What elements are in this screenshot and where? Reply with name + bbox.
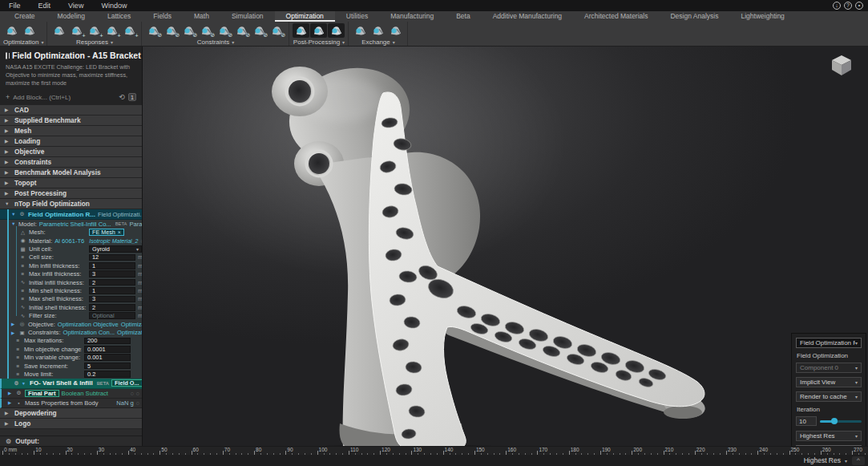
- param-input[interactable]: 2: [89, 304, 135, 311]
- tab-lattices[interactable]: Lattices: [96, 11, 142, 22]
- sidebar-section-post-processing[interactable]: ▶Post Processing: [0, 188, 142, 199]
- sidebar-section-mesh[interactable]: ▶Mesh: [0, 126, 142, 136]
- volume-response-icon[interactable]: +: [86, 23, 103, 38]
- iteration-slider[interactable]: [820, 420, 862, 423]
- extract-result-icon[interactable]: [310, 23, 327, 38]
- add-block-row[interactable]: + Add Block... (Ctrl+L) ⟲ 1: [6, 91, 136, 103]
- param-input[interactable]: 3: [89, 270, 135, 278]
- param-input[interactable]: 0.0001: [84, 346, 131, 353]
- tab-utilities[interactable]: Utilities: [335, 11, 379, 22]
- download-circle-icon[interactable]: ↓: [833, 2, 841, 10]
- view-mode-dropdown[interactable]: Implicit View ▾: [796, 377, 862, 387]
- objective-value[interactable]: Optimization Objective: [58, 321, 119, 328]
- account-circle-icon[interactable]: •: [855, 2, 863, 10]
- material-value[interactable]: Al 6061-T6: [55, 237, 84, 245]
- slider-thumb[interactable]: [831, 418, 838, 424]
- tab-design-analysis[interactable]: Design Analysis: [659, 11, 729, 22]
- resolution-dropdown[interactable]: Highest Res ▾: [804, 456, 847, 464]
- block-final-part[interactable]: ▶⚙Final PartBoolean Subtract◌◌: [0, 389, 142, 399]
- point-map-icon[interactable]: [387, 23, 404, 38]
- param-input[interactable]: 3: [89, 296, 135, 303]
- response-plot-icon[interactable]: [50, 23, 67, 38]
- param-input[interactable]: 200: [84, 338, 131, 345]
- constraints-value[interactable]: Optimization Con...: [63, 329, 115, 336]
- tab-math[interactable]: Math: [183, 11, 220, 22]
- displacement-response-icon[interactable]: +: [68, 23, 85, 38]
- stress-constraint-icon[interactable]: ⊘: [163, 23, 180, 38]
- block-fo-vari-shell-infill[interactable]: ⚙▾FO- Vari Shell & InfillBETAField O...×…: [0, 379, 142, 389]
- sidebar-section-cad[interactable]: ▶CAD: [0, 105, 142, 115]
- sidebar-section-constraints[interactable]: ▶Constraints: [0, 157, 142, 168]
- export-icon[interactable]: [369, 23, 386, 38]
- menu-edit[interactable]: Edit: [30, 2, 60, 10]
- sidebar-section-depowdering[interactable]: ▶Depowdering: [0, 408, 142, 419]
- overhang-constraint-icon[interactable]: ⊘: [251, 23, 268, 38]
- param-input[interactable]: Optional: [89, 312, 135, 319]
- tab-additive-manufacturing[interactable]: Additive Manufacturing: [482, 11, 573, 22]
- constraints-row[interactable]: ▶▣Constraints:Optimization Con...Optimiz…: [0, 328, 142, 336]
- notification-count-badge[interactable]: 1: [128, 93, 136, 101]
- history-icon[interactable]: ⟲: [119, 93, 125, 101]
- preview-toggle-icon[interactable]: ◌: [131, 391, 134, 396]
- mesh-row[interactable]: △Mesh:FE Mesh×: [0, 229, 142, 237]
- shape-constraint-icon[interactable]: ⊘: [233, 23, 250, 38]
- displacement-constraint-icon[interactable]: ⊘: [180, 23, 197, 38]
- toolbar-group-label[interactable]: Constraints▾: [145, 38, 285, 46]
- menu-window[interactable]: Window: [92, 2, 135, 10]
- iteration-input[interactable]: 10: [796, 416, 817, 426]
- field-optimization-icon[interactable]: [21, 23, 38, 38]
- param-input[interactable]: 1: [89, 287, 135, 294]
- volume-constraint-icon[interactable]: ⊘: [198, 23, 215, 38]
- remesh-result-icon[interactable]: [328, 23, 345, 38]
- mass-response-icon[interactable]: +: [121, 23, 138, 38]
- param-input[interactable]: 0.2: [84, 371, 131, 378]
- render-mode-dropdown[interactable]: Render to cache ▾: [796, 391, 862, 402]
- model-row[interactable]: ▼Model:Parametric Shell-Infill Co...BETA…: [0, 220, 142, 228]
- toolbar-group-label[interactable]: Optimization▾: [3, 38, 43, 46]
- model-value[interactable]: Parametric Shell-Infill Co...: [39, 221, 111, 228]
- sidebar-section-loading[interactable]: ▶Loading: [0, 136, 142, 147]
- param-input[interactable]: 2: [89, 279, 135, 286]
- block-mass-properties[interactable]: ▶▪Mass Properties from BodyNaN g◌: [0, 399, 142, 408]
- tab-fields[interactable]: Fields: [142, 11, 183, 22]
- sidebar-section-logo[interactable]: ▶Logo: [0, 419, 142, 429]
- import-icon[interactable]: [352, 23, 369, 38]
- toolbar-group-label[interactable]: Responses▾: [50, 38, 138, 46]
- param-input[interactable]: 0.001: [84, 354, 131, 361]
- tab-architected-materials[interactable]: Architected Materials: [573, 11, 659, 22]
- topology-optimization-icon[interactable]: [3, 23, 20, 38]
- block-header-field-optimization[interactable]: ▼⚙Field Optimization R...Field Optimizat…: [0, 209, 142, 220]
- tab-manufacturing[interactable]: Manufacturing: [379, 11, 445, 22]
- tab-simulation[interactable]: Simulation: [220, 11, 275, 22]
- view-cube[interactable]: [830, 53, 854, 77]
- tab-beta[interactable]: Beta: [445, 11, 482, 22]
- field-constraint-icon[interactable]: ⊘: [145, 23, 162, 38]
- output-row[interactable]: ⚙ Output:: [0, 436, 142, 446]
- field-chip[interactable]: Field O...×: [111, 379, 142, 387]
- param-input[interactable]: 12: [89, 254, 135, 261]
- sidebar-section-objective[interactable]: ▶Objective: [0, 147, 142, 157]
- help-circle-icon[interactable]: ?: [844, 2, 852, 10]
- sidebar-section-benchmark-model-analysis[interactable]: ▶Benchmark Model Analysis: [0, 168, 142, 178]
- smooth-result-icon[interactable]: [293, 23, 309, 38]
- compliance-response-icon[interactable]: +: [103, 23, 120, 38]
- tab-modeling[interactable]: Modeling: [46, 11, 97, 22]
- toolbar-group-label[interactable]: Post-Processing▾: [293, 38, 345, 46]
- sidebar-section-topopt[interactable]: ▶Topopt: [0, 178, 142, 188]
- unit-cell-dropdown[interactable]: Gyroid▾: [89, 245, 142, 253]
- sidebar-section-ntop-field-optimization[interactable]: ▼nTop Field Optimization: [0, 199, 142, 209]
- component-dropdown[interactable]: Component 0 ▾: [796, 363, 862, 373]
- param-input[interactable]: 5: [84, 363, 131, 370]
- tab-create[interactable]: Create: [3, 11, 46, 22]
- frequency-constraint-icon[interactable]: ⊘: [216, 23, 232, 38]
- preview-toggle-icon[interactable]: ◌: [140, 238, 142, 244]
- result-dropdown[interactable]: Field Optimization Result_1 ▾: [796, 338, 862, 348]
- collapse-panel-button[interactable]: ^: [852, 456, 865, 465]
- sidebar-section-supplied-benchmark[interactable]: ▶Supplied Benchmark: [0, 115, 142, 126]
- toolbar-group-label[interactable]: Exchange▾: [352, 38, 404, 46]
- visibility-toggle-icon[interactable]: ◌: [136, 391, 139, 396]
- preview-toggle-icon[interactable]: ◌: [136, 400, 139, 406]
- resolution-dropdown-panel[interactable]: Highest Res ▾: [796, 431, 862, 441]
- tab-optimization[interactable]: Optimization: [275, 11, 335, 22]
- final-part-pill[interactable]: Final Part: [25, 390, 59, 397]
